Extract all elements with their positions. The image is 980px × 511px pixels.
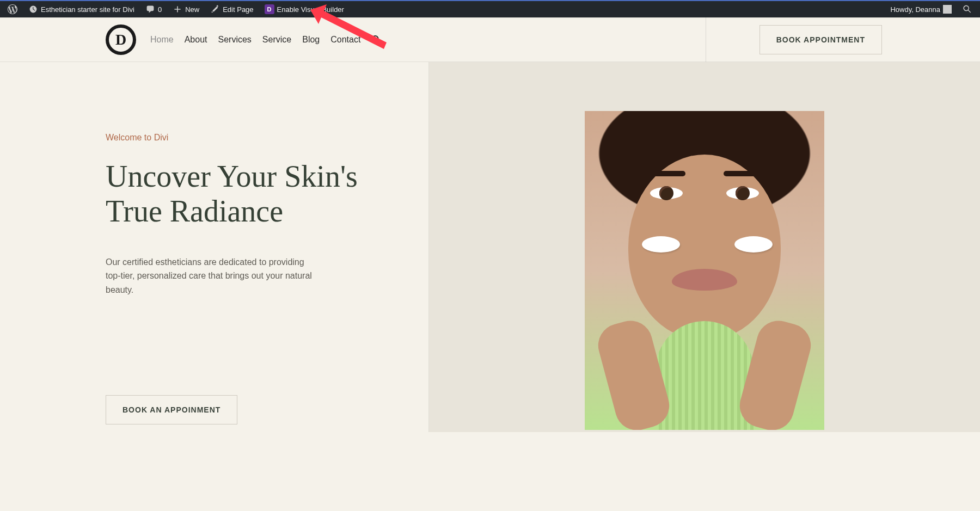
nav-search[interactable] [371, 35, 381, 45]
nav-blog[interactable]: Blog [302, 32, 320, 48]
hero-image-lips [672, 269, 737, 291]
header-inner: D Home About Services Service Blog Conta… [0, 17, 980, 62]
howdy-text: Howdy, Deanna [890, 5, 940, 14]
new-content-menu[interactable]: New [170, 4, 201, 14]
divi-icon: D [265, 4, 274, 14]
hero-book-button[interactable]: BOOK AN APPOINMENT [106, 395, 237, 424]
nav-service[interactable]: Service [262, 32, 291, 48]
new-label: New [185, 5, 199, 14]
hero-headline: Uncover Your Skin's True Radiance [106, 159, 385, 229]
hero-image-brow [724, 171, 762, 176]
site-logo[interactable]: D [106, 24, 136, 55]
enable-visual-builder-menu[interactable]: D Enable Visual Builder [262, 4, 346, 14]
header-divider [706, 17, 706, 62]
avatar-icon [943, 5, 952, 14]
hero-left-column: Welcome to Divi Uncover Your Skin's True… [0, 62, 429, 432]
hero-image-eye [650, 187, 683, 199]
main-nav: Home About Services Service Blog Contact [150, 32, 381, 48]
site-name-menu[interactable]: Esthetician starter site for Divi [26, 4, 137, 14]
book-appointment-button[interactable]: BOOK APPOINTMENT [759, 25, 882, 54]
admin-bar-right: Howdy, Deanna [888, 4, 975, 14]
hero-image-brow [647, 171, 685, 176]
howdy-account-menu[interactable]: Howdy, Deanna [888, 5, 954, 14]
site-header: D Home About Services Service Blog Conta… [0, 17, 980, 62]
hero-section: Welcome to Divi Uncover Your Skin's True… [0, 62, 980, 432]
hero-image-eye [726, 187, 759, 199]
edit-page-menu[interactable]: Edit Page [208, 4, 255, 14]
svg-point-0 [372, 36, 378, 42]
admin-bar-left: Esthetician starter site for Divi 0 New … [5, 4, 888, 14]
comments-menu[interactable]: 0 [143, 4, 164, 14]
plus-icon [173, 4, 182, 14]
nav-contact[interactable]: Contact [330, 32, 360, 48]
wp-logo-menu[interactable] [5, 4, 20, 14]
hero-body: Our certified estheticians are dedicated… [106, 255, 313, 297]
pencil-icon [210, 4, 220, 14]
hero-eyebrow: Welcome to Divi [106, 133, 385, 143]
nav-services[interactable]: Services [218, 32, 252, 48]
svg-line-1 [378, 41, 381, 44]
hero-image-cream [734, 236, 773, 253]
site-name-text: Esthetician starter site for Divi [41, 5, 134, 14]
comments-count: 0 [158, 5, 162, 14]
wordpress-icon [8, 4, 17, 14]
enable-vb-label: Enable Visual Builder [277, 5, 344, 14]
nav-about[interactable]: About [185, 32, 207, 48]
hero-right-column [429, 62, 980, 432]
admin-search[interactable] [960, 4, 975, 14]
hero-image-cream [642, 236, 680, 253]
hero-image [585, 111, 824, 430]
hero-image-shirt [656, 321, 754, 430]
search-icon [963, 4, 972, 14]
wp-admin-bar: Esthetician starter site for Divi 0 New … [0, 1, 980, 17]
edit-page-label: Edit Page [223, 5, 253, 14]
dashboard-icon [28, 4, 38, 14]
comment-icon [145, 4, 155, 14]
header-cta-wrap: BOOK APPOINTMENT [706, 17, 980, 62]
nav-home[interactable]: Home [150, 32, 174, 48]
search-icon [371, 35, 381, 45]
